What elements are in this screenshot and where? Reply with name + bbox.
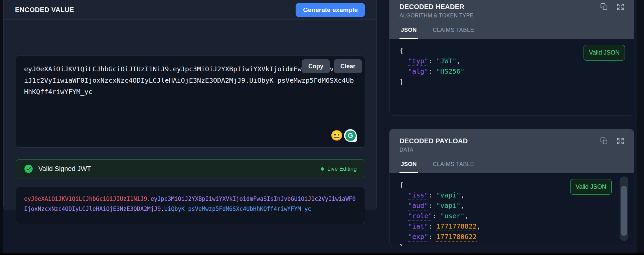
- extension-icons: 😐 G: [331, 129, 357, 142]
- json-line: "exp": 1771780622: [399, 232, 624, 242]
- decoded-header-json-body: {"typ": "JWT","alg": "HS256"} Valid JSON: [389, 39, 634, 115]
- copy-button[interactable]: Copy: [302, 59, 330, 73]
- decoded-header-subtitle: ALGORITHM & TOKEN TYPE: [399, 13, 474, 19]
- encoded-value-panel: ENCODED VALUE Generate example eyJ0eXAiO…: [3, 0, 377, 210]
- tab-json[interactable]: JSON: [399, 161, 418, 173]
- decoded-payload-top: DECODED PAYLOAD DATA JSON CLAIMS TABLE: [389, 129, 634, 173]
- jwt-input[interactable]: eyJ0eXAiOiJKV1QiLCJhbGciOiJIUzI1NiJ9.eyJ…: [16, 56, 365, 148]
- json-line: "iat": 1771778822,: [399, 221, 624, 232]
- left-edge-strip: [0, 0, 3, 255]
- copy-icon[interactable]: [600, 137, 608, 145]
- decoded-header-tabs: JSON CLAIMS TABLE: [399, 27, 624, 39]
- encoded-panel-header: ENCODED VALUE Generate example: [4, 0, 376, 20]
- expand-icon[interactable]: [617, 3, 624, 11]
- clear-button[interactable]: Clear: [334, 59, 362, 73]
- status-label: Valid Signed JWT: [38, 165, 91, 173]
- decoded-payload-subtitle: DATA: [399, 147, 468, 153]
- valid-json-badge: Valid JSON: [570, 179, 612, 195]
- decoded-payload-panel: DECODED PAYLOAD DATA JSON CLAIMS TABLE {: [389, 129, 634, 246]
- valid-check-icon: [24, 164, 33, 173]
- jwt-debugger-screen: ENCODED VALUE Generate example eyJ0eXAiO…: [0, 0, 644, 255]
- decoded-header-top: DECODED HEADER ALGORITHM & TOKEN TYPE JS…: [389, 0, 634, 39]
- decoded-header-panel: DECODED HEADER ALGORITHM & TOKEN TYPE JS…: [389, 0, 634, 115]
- json-line: "role": "user",: [399, 211, 624, 221]
- live-dot-icon: [321, 167, 324, 171]
- live-editing-label: Live Editing: [327, 166, 357, 172]
- json-line: }: [399, 242, 624, 246]
- encoded-panel-title: ENCODED VALUE: [15, 6, 74, 14]
- jwt-status-bar: Valid Signed JWT Live Editing: [16, 159, 365, 178]
- tab-claims-table[interactable]: CLAIMS TABLE: [432, 27, 476, 39]
- encoded-panel-body: eyJ0eXAiOiJKV1QiLCJhbGciOiJIUzI1NiJ9.eyJ…: [4, 20, 376, 210]
- generate-example-button[interactable]: Generate example: [296, 3, 365, 17]
- json-line: "aud": "vapi",: [399, 200, 624, 211]
- payload-scrollbar-thumb[interactable]: [621, 186, 627, 236]
- right-edge-strip: [637, 0, 644, 255]
- decoded-header-title: DECODED HEADER: [399, 3, 474, 11]
- json-line: }: [399, 77, 624, 87]
- jwt-colored-preview: eyJ0eXAiOiJKV1QiLCJhbGciOiJIUzI1NiJ9.eyJ…: [16, 187, 365, 224]
- tab-claims-table[interactable]: CLAIMS TABLE: [432, 161, 476, 173]
- grammarly-icon[interactable]: G: [344, 129, 357, 142]
- copy-icon[interactable]: [600, 3, 608, 11]
- live-editing-indicator: Live Editing: [321, 166, 357, 172]
- payload-scrollbar[interactable]: [620, 176, 628, 241]
- bottom-edge-strip: [0, 253, 644, 255]
- valid-json-badge: Valid JSON: [584, 45, 625, 61]
- json-line: "alg": "HS256": [399, 66, 624, 77]
- decoded-payload-json-body: {"iss": "vapi","aud": "vapi","role": "us…: [389, 173, 634, 246]
- expand-icon[interactable]: [617, 137, 624, 145]
- emoji-extension-icon[interactable]: 😐: [331, 131, 343, 141]
- decoded-payload-tabs: JSON CLAIMS TABLE: [399, 161, 624, 173]
- tab-json[interactable]: JSON: [399, 27, 418, 39]
- decoded-payload-title: DECODED PAYLOAD: [399, 137, 468, 145]
